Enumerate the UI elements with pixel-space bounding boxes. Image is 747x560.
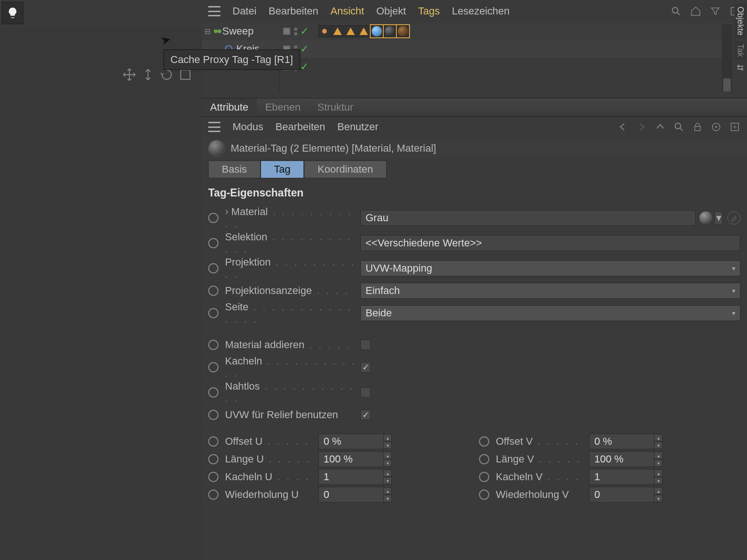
keyframe-dot[interactable] <box>208 436 218 447</box>
subtab-tag[interactable]: Tag <box>261 161 304 178</box>
up-icon[interactable] <box>655 121 666 133</box>
vtab-toggle-icon[interactable]: ⇆ <box>737 63 744 73</box>
keyframe-dot[interactable] <box>208 308 218 318</box>
spinner-buttons[interactable]: ▴▾ <box>654 452 662 467</box>
keyframe-dot[interactable] <box>208 213 218 223</box>
target-icon[interactable] <box>711 121 722 133</box>
tab-ebenen[interactable]: Ebenen <box>257 98 309 116</box>
tile-checkbox[interactable]: ✓ <box>360 362 371 372</box>
menu-bearbeiten[interactable]: Bearbeiten <box>268 5 318 17</box>
tile-v-input[interactable]: 1 <box>589 469 655 485</box>
prop-tile: Kacheln . . . . . . . . . . . . ✓ <box>208 355 740 379</box>
menu-datei[interactable]: Datei <box>233 5 256 17</box>
offset-v-input[interactable]: 0 % <box>589 434 655 449</box>
offset-u-input[interactable]: 0 % <box>318 434 384 449</box>
prop-tile-v: Kacheln V . . . . 1▴▾ <box>479 469 740 485</box>
selection-field[interactable]: <<Verschiedene Werte>> <box>360 235 740 251</box>
material-picker-icon[interactable] <box>727 211 740 224</box>
keyframe-dot[interactable] <box>208 410 218 420</box>
back-icon[interactable] <box>617 121 628 133</box>
updown-icon[interactable] <box>141 68 155 82</box>
material-add-checkbox[interactable] <box>360 340 371 350</box>
projection-dropdown[interactable]: UVW-Mapping▾ <box>360 260 740 276</box>
spinner-buttons[interactable]: ▴▾ <box>654 434 662 449</box>
tag-cache2[interactable] <box>345 25 357 37</box>
enable-check-icon[interactable]: ✓ <box>300 43 309 55</box>
layer-toggle[interactable] <box>282 27 291 36</box>
tag-cache3[interactable] <box>358 25 370 37</box>
keyframe-dot[interactable] <box>208 340 218 350</box>
spinner-buttons[interactable]: ▴▾ <box>383 469 392 484</box>
viewport[interactable] <box>0 28 202 560</box>
keyframe-dot[interactable] <box>208 387 218 398</box>
seamless-checkbox[interactable] <box>360 387 371 398</box>
keyframe-dot[interactable] <box>208 263 218 273</box>
keyframe-dot[interactable] <box>208 490 218 500</box>
add-icon[interactable] <box>729 121 740 133</box>
material-dropdown-icon[interactable]: ▾ <box>714 211 723 224</box>
hierarchy-scrollbar[interactable] <box>722 24 732 91</box>
home-icon[interactable] <box>690 6 701 17</box>
keyframe-dot[interactable] <box>208 454 218 464</box>
hint-box[interactable] <box>2 2 23 24</box>
side-dropdown[interactable]: Beide▾ <box>360 305 740 321</box>
prop-repeat-v: Wiederholung V 0▴▾ <box>479 487 740 503</box>
spinner-buttons[interactable]: ▴▾ <box>383 487 392 502</box>
lock-icon[interactable] <box>692 121 703 133</box>
uvw-relief-checkbox[interactable]: ✓ <box>360 410 371 420</box>
tag-material-brown[interactable] <box>397 25 409 37</box>
search-icon[interactable] <box>673 121 684 133</box>
move-icon[interactable] <box>122 68 136 82</box>
hierarchy-row-sweep[interactable]: ⊟ Sweep ✓ <box>202 22 732 40</box>
vtab-takes[interactable]: Tak <box>734 41 746 60</box>
proj-display-dropdown[interactable]: Einfach▾ <box>360 283 740 299</box>
repeat-v-input[interactable]: 0 <box>589 487 655 503</box>
length-v-input[interactable]: 100 % <box>589 451 655 467</box>
keyframe-dot[interactable] <box>208 472 218 482</box>
attr-benutzer[interactable]: Benutzer <box>337 121 378 133</box>
tab-attribute[interactable]: Attribute <box>202 98 257 116</box>
keyframe-dot[interactable] <box>479 490 489 500</box>
hamburger-icon[interactable] <box>208 6 220 16</box>
subtab-koordinaten[interactable]: Koordinaten <box>304 161 387 178</box>
attr-modus[interactable]: Modus <box>233 121 263 133</box>
vtab-objects[interactable]: Objekte <box>734 4 746 38</box>
expand-toggle-icon[interactable]: ⊟ <box>204 27 213 36</box>
keyframe-dot[interactable] <box>208 362 218 372</box>
sub-tabs: Basis Tag Koordinaten <box>202 161 747 178</box>
material-field[interactable]: Grau <box>360 210 696 226</box>
spinner-buttons[interactable]: ▴▾ <box>654 469 662 484</box>
filter-icon[interactable] <box>710 6 721 17</box>
hamburger-icon[interactable] <box>208 122 220 132</box>
menu-objekt[interactable]: Objekt <box>376 5 406 17</box>
tag-point[interactable] <box>318 25 331 37</box>
keyframe-dot[interactable] <box>208 238 218 248</box>
keyframe-dot[interactable] <box>479 436 489 447</box>
repeat-u-input[interactable]: 0 <box>318 487 384 503</box>
object-name[interactable]: Sweep <box>222 25 254 37</box>
tab-struktur[interactable]: Struktur <box>309 98 362 116</box>
keyframe-dot[interactable] <box>208 286 218 296</box>
length-u-input[interactable]: 100 % <box>318 451 384 467</box>
material-preview-icon[interactable] <box>699 211 712 224</box>
keyframe-dot[interactable] <box>479 454 489 464</box>
enable-check-icon[interactable]: ✓ <box>300 25 309 37</box>
prop-offset-u: Offset U . . . . . 0 %▴▾ <box>208 434 470 449</box>
tile-u-input[interactable]: 1 <box>318 469 384 485</box>
keyframe-dot[interactable] <box>479 472 489 482</box>
tag-cache1[interactable] <box>331 25 344 37</box>
enable-check-icon[interactable]: ✓ <box>300 61 309 73</box>
menu-lesezeichen[interactable]: Lesezeichen <box>452 5 510 17</box>
attr-bearbeiten[interactable]: Bearbeiten <box>275 121 325 133</box>
tag-material-blue[interactable] <box>371 25 383 37</box>
prop-projection-display: Projektionsanzeige . . . . Einfach▾ <box>208 281 740 300</box>
spinner-buttons[interactable]: ▴▾ <box>654 487 662 502</box>
visibility-dots[interactable] <box>294 28 297 35</box>
menu-tags[interactable]: Tags <box>418 5 440 17</box>
spinner-buttons[interactable]: ▴▾ <box>383 434 392 449</box>
menu-ansicht[interactable]: Ansicht <box>331 5 364 17</box>
subtab-basis[interactable]: Basis <box>208 161 261 178</box>
search-icon[interactable] <box>670 6 682 17</box>
tag-material-dark[interactable] <box>384 25 396 37</box>
spinner-buttons[interactable]: ▴▾ <box>383 452 392 467</box>
